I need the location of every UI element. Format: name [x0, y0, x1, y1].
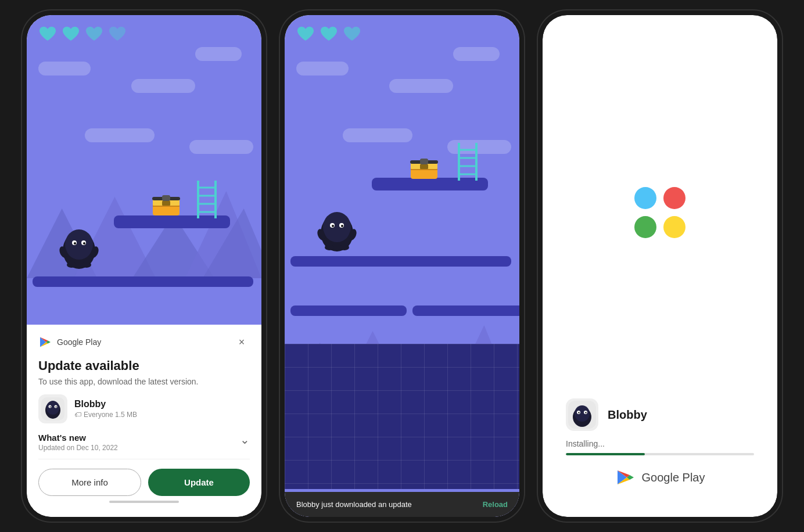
game-screen-1	[27, 15, 261, 325]
lower-platform	[33, 276, 253, 287]
snackbar: Blobby just downloaded an update Reload	[285, 492, 519, 517]
lower-platform-2b	[290, 305, 407, 316]
tile-floor	[285, 344, 519, 489]
gp-footer: Google Play	[615, 467, 705, 488]
heart-p2-1	[296, 26, 315, 42]
progress-fill	[566, 453, 645, 455]
update-button[interactable]: Update	[148, 469, 250, 496]
dots-area	[634, 50, 685, 387]
svg-point-55	[341, 225, 343, 227]
chest-2	[410, 156, 439, 179]
google-play-logo	[38, 335, 52, 349]
svg-point-56	[325, 245, 334, 250]
phone-3: Blobby Installing... Google Play	[538, 10, 782, 522]
install-app-row: Blobby	[566, 398, 754, 431]
cloud-1	[38, 62, 91, 76]
svg-point-18	[65, 229, 93, 260]
app-name: Blobby	[74, 399, 137, 409]
svg-point-54	[332, 225, 334, 227]
snackbar-message: Blobby just downloaded an update	[296, 500, 412, 509]
heart-4	[108, 26, 127, 42]
progress-bar	[566, 453, 754, 455]
app-icon	[38, 394, 67, 423]
svg-point-22	[83, 242, 85, 245]
svg-point-62	[575, 405, 590, 422]
installing-text: Installing...	[566, 439, 754, 448]
blobby-character	[59, 224, 99, 271]
update-dialog: Google Play × Update available To use th…	[27, 325, 261, 517]
gp-brand-name: Google Play	[57, 337, 101, 347]
cloud-3	[195, 47, 242, 61]
blobby-2	[317, 207, 357, 253]
play-dots	[634, 187, 685, 238]
home-indicator	[109, 501, 179, 503]
dot-green	[634, 216, 656, 238]
close-button[interactable]: ×	[234, 334, 250, 350]
svg-point-24	[82, 262, 91, 268]
action-buttons: More info Update	[38, 469, 250, 496]
whats-new-text: What's new Updated on Dec 10, 2022	[38, 433, 118, 452]
app-details-text: Everyone 1.5 MB	[84, 411, 137, 419]
update-title: Update available	[38, 358, 250, 373]
svg-point-23	[67, 262, 76, 268]
ladder	[195, 181, 218, 218]
app-details: 🏷 Everyone 1.5 MB	[74, 411, 137, 419]
heart-p2-2	[320, 26, 338, 42]
cloud-p2-2	[389, 79, 453, 93]
hearts-row-2	[296, 26, 361, 42]
blobby-install-icon	[568, 401, 596, 429]
cloud-4	[85, 128, 155, 142]
app-info-row: Blobby 🏷 Everyone 1.5 MB	[38, 394, 250, 423]
heart-1	[38, 26, 57, 42]
phone-2: Blobby just downloaded an update Reload	[280, 10, 524, 522]
svg-point-66	[585, 412, 586, 413]
cloud-p2-4	[343, 128, 412, 142]
svg-point-51	[323, 212, 351, 242]
dot-blue	[634, 187, 656, 209]
cloud-5	[189, 140, 253, 154]
tile-grid	[285, 344, 519, 489]
svg-point-29	[46, 401, 59, 415]
app-meta: Blobby 🏷 Everyone 1.5 MB	[74, 399, 137, 419]
dot-yellow	[663, 216, 685, 238]
heart-p2-3	[343, 26, 361, 42]
rating-icon: 🏷	[74, 411, 81, 419]
whats-new-title: What's new	[38, 433, 118, 443]
install-app-name: Blobby	[608, 408, 647, 422]
dot-red	[663, 187, 685, 209]
gp-brand: Google Play	[38, 335, 101, 349]
blobby-icon	[41, 397, 64, 420]
cloud-p2-1	[296, 62, 349, 76]
hearts-row	[38, 26, 127, 42]
cloud-p2-3	[453, 47, 500, 61]
gp-footer-logo	[615, 467, 636, 488]
svg-rect-13	[162, 200, 170, 206]
svg-point-57	[340, 245, 349, 250]
svg-point-33	[56, 407, 57, 408]
ladder-2	[456, 143, 479, 181]
reload-button[interactable]: Reload	[483, 500, 508, 509]
expand-icon[interactable]: ⌄	[240, 433, 250, 447]
whats-new-date: Updated on Dec 10, 2022	[38, 444, 118, 452]
svg-point-65	[578, 412, 579, 413]
install-app-icon	[566, 398, 598, 431]
gp-footer-name: Google Play	[642, 471, 705, 484]
game-screen-2: Blobby just downloaded an update Reload	[285, 15, 519, 517]
lower-platform-2	[290, 256, 511, 267]
more-info-button[interactable]: More info	[38, 469, 141, 496]
whats-new-section: What's new Updated on Dec 10, 2022 ⌄	[38, 433, 250, 459]
heart-3	[85, 26, 103, 42]
svg-point-32	[50, 407, 51, 408]
dialog-header: Google Play ×	[38, 334, 250, 350]
chest	[152, 192, 181, 215]
cloud-2	[131, 79, 195, 93]
install-screen: Blobby Installing... Google Play	[543, 15, 777, 517]
lower-platform-2c	[412, 305, 519, 316]
update-subtitle: To use this app, download the latest ver…	[38, 377, 250, 386]
svg-point-21	[74, 242, 76, 245]
svg-rect-16	[162, 195, 170, 201]
svg-rect-46	[420, 164, 428, 170]
phone-1: Google Play × Update available To use th…	[22, 10, 266, 522]
svg-rect-49	[420, 159, 428, 164]
install-section: Blobby Installing...	[566, 387, 754, 467]
